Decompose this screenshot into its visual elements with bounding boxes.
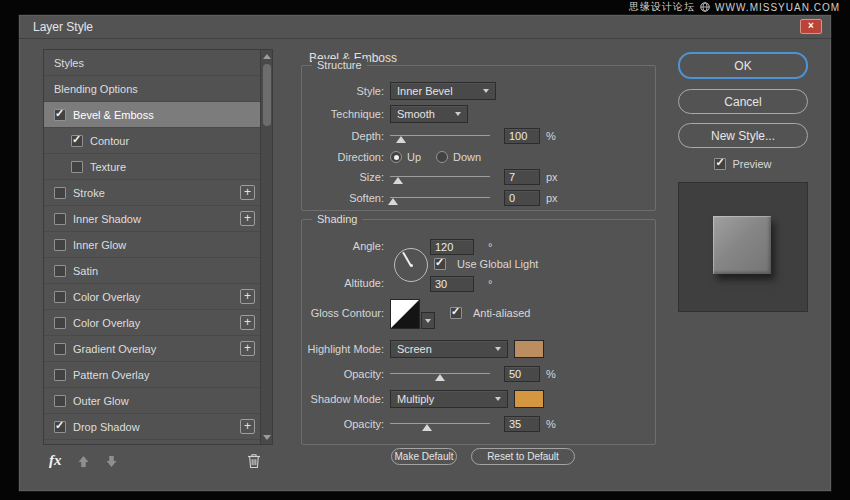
effect-enable-checkbox[interactable] [54, 291, 66, 303]
effect-enable-checkbox[interactable] [54, 213, 66, 225]
highlight-opacity-input[interactable]: 50 [504, 366, 540, 382]
scroll-up-icon[interactable] [263, 54, 271, 59]
sidebar-item-pattern-overlay[interactable]: Pattern Overlay [44, 362, 260, 388]
style-select-value: Inner Bevel [397, 85, 478, 97]
effect-enable-checkbox[interactable] [71, 161, 83, 173]
slider-track[interactable] [390, 423, 490, 424]
sidebar-item-blending-options[interactable]: Blending Options [44, 76, 260, 102]
highlight-mode-select[interactable]: Screen [390, 340, 508, 358]
highlight-opacity-slider[interactable] [390, 367, 490, 381]
effect-enable-checkbox[interactable] [71, 135, 83, 147]
sidebar-item-inner-glow[interactable]: Inner Glow [44, 232, 260, 258]
direction-up-radio[interactable] [390, 151, 402, 163]
sidebar-item-color-overlay[interactable]: Color Overlay [44, 284, 260, 310]
shadow-color-swatch[interactable] [514, 390, 544, 408]
preview-thumbnail [678, 182, 808, 312]
delete-effect-icon[interactable] [247, 453, 261, 469]
sidebar-item-bevel-emboss[interactable]: Bevel & Emboss [44, 102, 260, 128]
shadow-mode-select[interactable]: Multiply [390, 390, 508, 408]
soften-unit: px [546, 192, 558, 204]
shadow-mode-row: Shadow Mode: Multiply [306, 390, 649, 408]
slider-track[interactable] [390, 176, 490, 177]
shading-legend: Shading [312, 213, 362, 225]
slider-thumb[interactable] [422, 424, 432, 431]
sidebar-item-contour[interactable]: Contour [44, 128, 260, 154]
cancel-button[interactable]: Cancel [678, 89, 808, 114]
soften-input[interactable]: 0 [504, 190, 540, 206]
sidebar-item-outer-glow[interactable]: Outer Glow [44, 388, 260, 414]
effect-enable-checkbox[interactable] [54, 239, 66, 251]
effect-enable-checkbox[interactable] [54, 395, 66, 407]
sidebar-item-inner-shadow[interactable]: Inner Shadow [44, 206, 260, 232]
preview-checkbox[interactable] [714, 158, 726, 170]
ok-button[interactable]: OK [678, 52, 808, 79]
altitude-input[interactable]: 30 [430, 276, 474, 292]
shadow-opacity-slider[interactable] [390, 417, 490, 431]
preview-beveled-square [713, 216, 771, 274]
effect-enable-checkbox[interactable] [54, 421, 66, 433]
style-select[interactable]: Inner Bevel [390, 82, 496, 100]
move-effect-up-icon[interactable] [77, 455, 90, 468]
close-button[interactable]: × [800, 19, 822, 34]
make-default-button[interactable]: Make Default [391, 448, 457, 465]
anti-aliased-checkbox[interactable] [450, 307, 462, 319]
add-effect-instance-button[interactable] [240, 211, 255, 226]
add-effect-instance-button[interactable] [240, 341, 255, 356]
scrollbar-thumb[interactable] [263, 64, 271, 126]
reset-to-default-button[interactable]: Reset to Default [471, 448, 575, 465]
gloss-contour-picker[interactable] [390, 299, 420, 329]
highlight-color-swatch[interactable] [514, 340, 544, 358]
slider-thumb[interactable] [396, 136, 406, 143]
effect-enable-checkbox[interactable] [54, 343, 66, 355]
use-global-light-checkbox[interactable] [434, 258, 446, 270]
add-effect-instance-button[interactable] [240, 419, 255, 434]
sidebar-item-texture[interactable]: Texture [44, 154, 260, 180]
angle-input[interactable]: 120 [430, 239, 474, 255]
sidebar-item-label: Outer Glow [73, 395, 129, 407]
sidebar-item-label: Drop Shadow [73, 421, 140, 433]
effects-toolbar: fx [43, 451, 273, 473]
effects-list-scrollbar[interactable] [260, 50, 272, 444]
angle-dial[interactable] [394, 248, 428, 282]
effect-enable-checkbox[interactable] [54, 369, 66, 381]
effect-enable-checkbox[interactable] [54, 317, 66, 329]
contour-preview [391, 300, 419, 328]
slider-thumb[interactable] [393, 177, 403, 184]
direction-down-radio[interactable] [436, 151, 448, 163]
sidebar-item-drop-shadow[interactable]: Drop Shadow [44, 414, 260, 440]
sidebar-item-color-overlay[interactable]: Color Overlay [44, 310, 260, 336]
technique-select[interactable]: Smooth [390, 105, 468, 123]
sidebar-item-satin[interactable]: Satin [44, 258, 260, 284]
gloss-contour-arrow-button[interactable] [421, 312, 435, 329]
effect-enable-checkbox[interactable] [54, 187, 66, 199]
shadow-opacity-input[interactable]: 35 [504, 416, 540, 432]
sidebar-item-gradient-overlay[interactable]: Gradient Overlay [44, 336, 260, 362]
sidebar-item-stroke[interactable]: Stroke [44, 180, 260, 206]
move-effect-down-icon[interactable] [105, 455, 118, 468]
scroll-down-icon[interactable] [263, 435, 271, 440]
dialog-titlebar[interactable]: Layer Style × [19, 15, 831, 39]
add-effect-instance-button[interactable] [240, 315, 255, 330]
sidebar-item-label: Blending Options [54, 83, 138, 95]
effect-enable-checkbox[interactable] [54, 265, 66, 277]
direction-down-label: Down [453, 151, 481, 163]
slider-thumb[interactable] [388, 198, 398, 205]
effects-list-rows: StylesBlending OptionsBevel & EmbossCont… [44, 50, 260, 444]
slider-track[interactable] [390, 197, 490, 198]
add-effect-instance-button[interactable] [240, 185, 255, 200]
fx-icon[interactable]: fx [49, 452, 62, 469]
slider-thumb[interactable] [435, 374, 445, 381]
highlight-mode-value: Screen [397, 343, 490, 355]
soften-row: Soften: 0 px [306, 189, 649, 207]
depth-input[interactable]: 100 [504, 128, 540, 144]
size-slider[interactable] [390, 170, 490, 184]
sidebar-item-styles[interactable]: Styles [44, 50, 260, 76]
soften-slider[interactable] [390, 191, 490, 205]
effect-enable-checkbox[interactable] [54, 109, 66, 121]
add-effect-instance-button[interactable] [240, 289, 255, 304]
size-input[interactable]: 7 [504, 169, 540, 185]
size-unit: px [546, 171, 558, 183]
depth-slider[interactable] [390, 129, 490, 143]
new-style-button[interactable]: New Style... [678, 123, 808, 148]
highlight-mode-row: Highlight Mode: Screen [306, 340, 649, 358]
